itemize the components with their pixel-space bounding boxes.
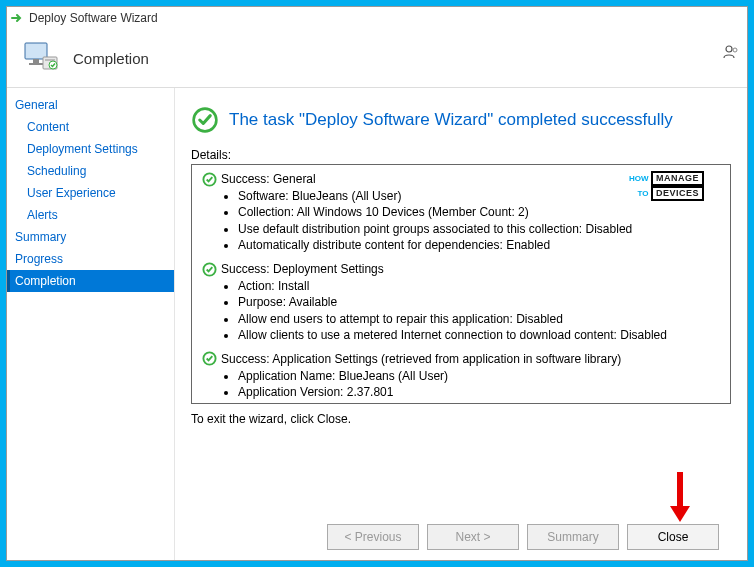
summary-button: Summary [527,524,619,550]
wizard-header: Completion [7,29,747,88]
detail-item: Purpose: Available [238,294,720,310]
detail-item: Application Version: 2.37.801 [238,384,720,400]
success-banner: The task "Deploy Software Wizard" comple… [191,106,731,134]
detail-item: Software: BlueJeans (All User) [238,188,720,204]
next-button: Next > [427,524,519,550]
red-arrow-annotation [665,470,695,524]
app-arrow-icon [11,11,25,25]
computer-icon [19,37,61,79]
detail-item: Collection: All Windows 10 Devices (Memb… [238,204,720,220]
svg-rect-1 [33,59,39,63]
detail-header-text: Success: Application Settings (retrieved… [221,351,621,367]
check-icon [202,172,217,187]
check-icon [202,262,217,277]
check-icon [202,351,217,366]
detail-group-general: Success: General Software: BlueJeans (Al… [202,171,720,253]
previous-button: < Previous [327,524,419,550]
detail-item: Action: Install [238,278,720,294]
wizard-footer: < Previous Next > Summary Close [191,518,731,550]
success-check-icon [191,106,219,134]
sidebar-item-progress[interactable]: Progress [7,248,174,270]
sidebar-item-alerts[interactable]: Alerts [7,204,174,226]
detail-group-application-settings: Success: Application Settings (retrieved… [202,351,720,401]
success-title: The task "Deploy Software Wizard" comple… [229,110,673,130]
title-bar: Deploy Software Wizard [7,7,747,29]
wizard-sidebar: General Content Deployment Settings Sche… [7,88,175,560]
sidebar-item-summary[interactable]: Summary [7,226,174,248]
detail-item: Allow clients to use a metered Internet … [238,327,720,343]
sidebar-item-user-experience[interactable]: User Experience [7,182,174,204]
page-title: Completion [73,50,149,67]
wizard-window: Deploy Software Wizard Completion [6,6,748,561]
details-label: Details: [191,148,731,162]
sidebar-item-content[interactable]: Content [7,116,174,138]
sidebar-item-deployment-settings[interactable]: Deployment Settings [7,138,174,160]
svg-rect-2 [29,63,43,65]
exit-note: To exit the wizard, click Close. [191,412,731,426]
detail-header-text: Success: Deployment Settings [221,261,384,277]
window-title: Deploy Software Wizard [29,11,158,25]
detail-item: Allow end users to attempt to repair thi… [238,311,720,327]
detail-header-text: Success: General [221,171,316,187]
details-box: HOW MANAGE TO DEVICES Success: General S… [191,164,731,404]
user-icon [721,43,739,61]
sidebar-item-completion[interactable]: Completion [7,270,174,292]
detail-item: Automatically distribute content for dep… [238,237,720,253]
close-button[interactable]: Close [627,524,719,550]
svg-point-6 [726,46,732,52]
detail-group-deployment-settings: Success: Deployment Settings Action: Ins… [202,261,720,343]
wizard-main: The task "Deploy Software Wizard" comple… [175,88,747,560]
detail-item: Application Name: BlueJeans (All User) [238,368,720,384]
svg-point-7 [733,48,737,52]
sidebar-item-scheduling[interactable]: Scheduling [7,160,174,182]
sidebar-item-general[interactable]: General [7,94,174,116]
wizard-body: General Content Deployment Settings Sche… [7,88,747,560]
detail-item: Use default distribution point groups as… [238,221,720,237]
